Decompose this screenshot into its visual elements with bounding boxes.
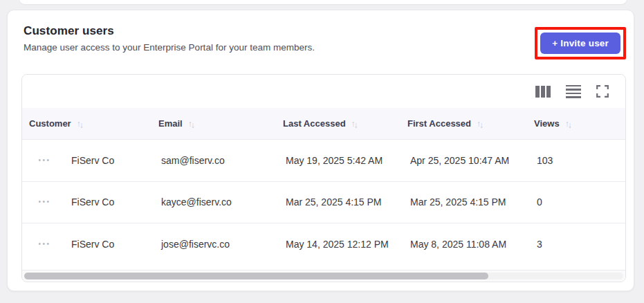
card-header: Customer users Manage user access to you… xyxy=(8,10,634,64)
cell-first-accessed: Mar 25, 2025 4:15 PM xyxy=(406,196,533,208)
column-header-email[interactable]: Email ↑↓ xyxy=(157,118,282,129)
table-body: ••• FiServ Co sam@fiserv.co May 19, 2025… xyxy=(22,139,625,270)
column-header-last-accessed[interactable]: Last Accessed ↑↓ xyxy=(282,118,406,129)
columns-icon[interactable] xyxy=(535,86,551,98)
page-subtitle: Manage user access to your Enterprise Po… xyxy=(24,42,620,53)
cell-first-accessed: Apr 25, 2025 10:47 AM xyxy=(406,155,533,166)
column-header-first-accessed[interactable]: First Accessed ↑↓ xyxy=(406,118,533,129)
sort-icon[interactable]: ↑↓ xyxy=(77,119,84,129)
row-menu-icon[interactable]: ••• xyxy=(37,238,52,250)
cell-email: jose@fiservc.co xyxy=(157,239,282,250)
table-header-row: Customer ↑↓ Email ↑↓ Last Accessed ↑↓ Fi… xyxy=(22,108,625,139)
customer-users-card: Customer users Manage user access to you… xyxy=(7,10,634,291)
row-density-icon[interactable] xyxy=(566,85,581,98)
cell-customer: FiServ Co xyxy=(67,155,157,166)
cell-customer: FiServ Co xyxy=(67,239,157,250)
sort-icon[interactable]: ↑↓ xyxy=(565,119,572,129)
row-menu-icon[interactable]: ••• xyxy=(37,196,52,208)
cell-email: sam@fiserv.co xyxy=(157,155,282,166)
cell-last-accessed: May 19, 2025 5:42 AM xyxy=(282,155,406,166)
invite-user-button[interactable]: + Invite user xyxy=(540,33,620,54)
annotation-highlight: + Invite user xyxy=(535,27,626,59)
cell-email: kayce@fiserv.co xyxy=(157,196,282,208)
table-row: ••• FiServ Co kayce@fiserv.co Mar 25, 20… xyxy=(22,181,625,223)
previous-card-bottom-edge xyxy=(19,0,627,4)
sort-icon[interactable]: ↑↓ xyxy=(351,119,358,129)
horizontal-scrollbar xyxy=(22,270,625,282)
column-header-customer[interactable]: Customer ↑↓ xyxy=(22,118,157,129)
table-toolbar xyxy=(22,75,625,108)
sort-icon[interactable]: ↑↓ xyxy=(188,119,195,129)
cell-last-accessed: May 14, 2025 12:12 PM xyxy=(282,239,406,250)
cell-customer: FiServ Co xyxy=(67,196,157,208)
cell-views: 3 xyxy=(533,239,625,250)
column-header-views[interactable]: Views ↑↓ xyxy=(533,118,625,129)
page-title: Customer users xyxy=(24,24,620,38)
cell-first-accessed: May 8, 2025 11:08 AM xyxy=(406,239,533,250)
fullscreen-icon[interactable] xyxy=(596,85,609,98)
table-row: ••• FiServ Co jose@fiservc.co May 14, 20… xyxy=(22,223,625,265)
sort-icon[interactable]: ↑↓ xyxy=(477,119,484,129)
cell-views: 0 xyxy=(533,196,625,208)
table-row: ••• FiServ Co sam@fiserv.co May 19, 2025… xyxy=(22,139,625,181)
scrollbar-track[interactable] xyxy=(24,273,623,279)
scrollbar-thumb[interactable] xyxy=(24,273,488,279)
users-table-panel: Customer ↑↓ Email ↑↓ Last Accessed ↑↓ Fi… xyxy=(21,74,626,282)
cell-last-accessed: Mar 25, 2025 4:15 PM xyxy=(282,196,406,208)
cell-views: 103 xyxy=(533,155,625,166)
row-menu-icon[interactable]: ••• xyxy=(37,154,52,167)
